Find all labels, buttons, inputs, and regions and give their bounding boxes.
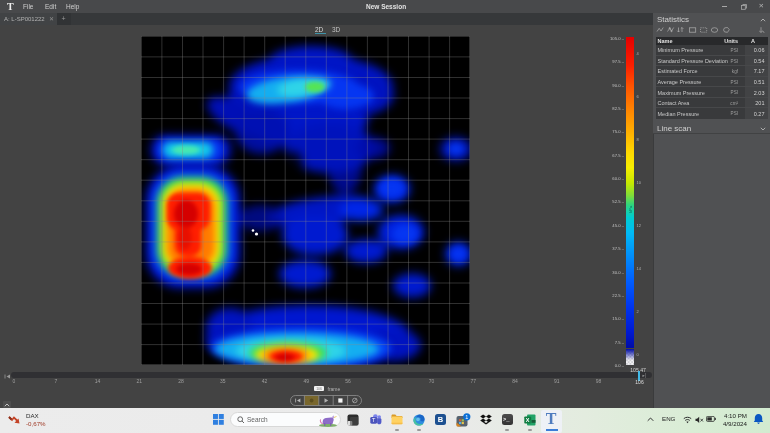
svg-text:1: 1 <box>465 414 468 420</box>
svg-text:X: X <box>525 416 529 422</box>
